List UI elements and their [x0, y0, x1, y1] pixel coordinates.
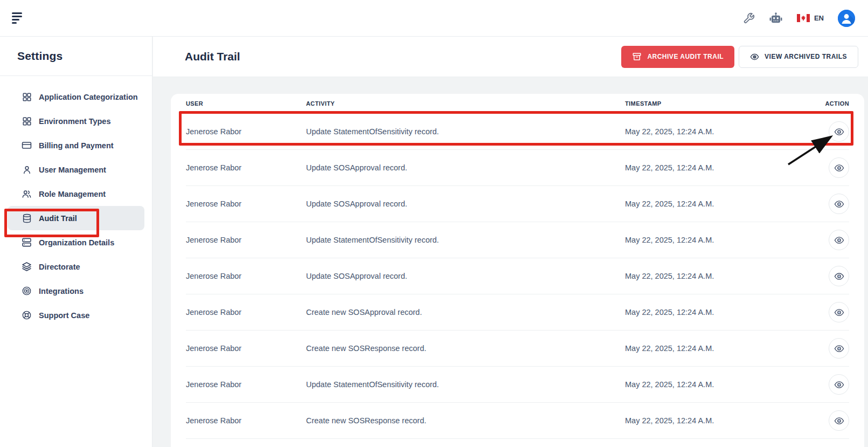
user-avatar[interactable]	[838, 10, 855, 27]
sidebar-item-application-categorization[interactable]: Application Categorization	[8, 85, 144, 109]
user-cell: Jenerose Rabor	[186, 236, 306, 244]
activity-cell: Update StatementOfSensitivity record.	[306, 127, 625, 136]
wrench-icon[interactable]	[743, 12, 755, 24]
eye-icon	[750, 52, 759, 61]
archive-audit-trail-button[interactable]: ARCHIVE AUDIT TRAIL	[621, 46, 734, 68]
timestamp-cell: May 22, 2025, 12:24 A.M.	[625, 200, 817, 208]
timestamp-cell: May 22, 2025, 12:24 A.M.	[625, 236, 817, 244]
sidebar-title: Settings	[17, 50, 63, 63]
activity-cell: Create new SOSApproval record.	[306, 308, 625, 317]
eye-icon	[834, 235, 844, 245]
page-header: Audit Trail ARCHIVE AUDIT TRAIL	[153, 37, 868, 77]
timestamp-cell: May 22, 2025, 12:24 A.M.	[625, 308, 817, 317]
user-cell: Jenerose Rabor	[186, 308, 306, 317]
column-header-action: ACTION	[817, 100, 849, 107]
activity-cell: Update StatementOfSensitivity record.	[306, 380, 625, 389]
table-row: Jenerose Rabor Create new SOSApproval re…	[186, 294, 849, 331]
sidebar-item-billing-and-payment[interactable]: Billing and Payment	[8, 133, 144, 157]
main-area: Audit Trail ARCHIVE AUDIT TRAIL	[153, 37, 868, 447]
layers-icon	[22, 262, 32, 272]
user-icon	[22, 164, 32, 175]
sidebar-item-integrations[interactable]: Integrations	[8, 279, 144, 303]
table-header-row: USER ACTIVITY TIMESTAMP ACTION	[186, 94, 849, 114]
view-record-button[interactable]	[829, 266, 849, 286]
view-record-button[interactable]	[829, 230, 849, 250]
table-row: Jenerose Rabor Create new SOSResponse re…	[186, 331, 849, 367]
eye-icon	[834, 271, 844, 281]
page-title: Audit Trail	[185, 50, 240, 63]
grid-icon	[22, 92, 32, 102]
view-record-button[interactable]	[829, 374, 849, 395]
table-row: Jenerose Rabor Update StatementOfSensiti…	[186, 367, 849, 403]
content-area: USER ACTIVITY TIMESTAMP ACTION Jenerose …	[153, 77, 868, 447]
table-row: Jenerose Rabor Update SOSApproval record…	[186, 186, 849, 222]
table-row-highlighted: Jenerose Rabor Update StatementOfSensiti…	[186, 114, 849, 150]
activity-cell: Create new SOSResponse record.	[306, 416, 625, 425]
concentric-circles-icon	[22, 286, 32, 296]
robot-icon[interactable]	[769, 12, 783, 25]
archive-box-icon	[632, 52, 642, 61]
app-window: EN Settings Application Categorization E…	[0, 0, 868, 447]
timestamp-cell: May 22, 2025, 12:24 A.M.	[625, 163, 817, 172]
table-row: Jenerose Rabor Create new SOSResponse re…	[186, 403, 849, 439]
eye-icon	[834, 127, 844, 137]
settings-sidebar: Settings Application Categorization Envi…	[0, 37, 152, 447]
eye-icon	[834, 343, 844, 354]
eye-icon	[834, 416, 844, 426]
user-cell: Jenerose Rabor	[186, 380, 306, 389]
table-body: Jenerose Rabor Update StatementOfSensiti…	[186, 114, 849, 439]
activity-cell: Update StatementOfSensitivity record.	[306, 236, 625, 244]
column-header-timestamp: TIMESTAMP	[625, 100, 817, 107]
timestamp-cell: May 22, 2025, 12:24 A.M.	[625, 272, 817, 280]
table-row: Jenerose Rabor Update SOSApproval record…	[186, 150, 849, 186]
users-icon	[22, 189, 32, 199]
sidebar-item-environment-types[interactable]: Environment Types	[8, 109, 144, 133]
server-icon	[22, 237, 32, 247]
timestamp-cell: May 22, 2025, 12:24 A.M.	[625, 416, 817, 425]
grid-icon	[22, 116, 32, 126]
view-archived-trails-button[interactable]: VIEW ARCHIVED TRAILS	[739, 46, 858, 68]
activity-cell: Update SOSApproval record.	[306, 163, 625, 172]
user-cell: Jenerose Rabor	[186, 200, 306, 208]
user-cell: Jenerose Rabor	[186, 163, 306, 172]
language-selector[interactable]: EN	[797, 14, 824, 22]
eye-icon	[834, 199, 844, 209]
user-cell: Jenerose Rabor	[186, 344, 306, 353]
audit-trail-table-card: USER ACTIVITY TIMESTAMP ACTION Jenerose …	[171, 94, 864, 447]
credit-card-icon	[22, 140, 32, 150]
sidebar-item-support-case[interactable]: Support Case	[8, 303, 144, 327]
life-buoy-icon	[22, 310, 32, 320]
sidebar-header: Settings	[0, 37, 152, 76]
sidebar-item-directorate[interactable]: Directorate	[8, 255, 144, 279]
activity-cell: Create new SOSResponse record.	[306, 344, 625, 353]
user-cell: Jenerose Rabor	[186, 416, 306, 425]
view-record-button[interactable]	[829, 157, 849, 178]
activity-cell: Update SOSApproval record.	[306, 200, 625, 208]
sidebar-item-audit-trail[interactable]: Audit Trail	[8, 206, 144, 230]
eye-icon	[834, 307, 844, 318]
view-record-button[interactable]	[829, 194, 849, 214]
database-icon	[22, 213, 32, 223]
view-record-button[interactable]	[829, 121, 849, 142]
eye-icon	[834, 380, 844, 390]
user-cell: Jenerose Rabor	[186, 272, 306, 280]
table-row: Jenerose Rabor Update StatementOfSensiti…	[186, 222, 849, 258]
view-record-button[interactable]	[829, 410, 849, 431]
sidebar-item-role-management[interactable]: Role Management	[8, 182, 144, 206]
column-header-activity: ACTIVITY	[306, 100, 625, 107]
language-label: EN	[814, 14, 824, 22]
timestamp-cell: May 22, 2025, 12:24 A.M.	[625, 380, 817, 389]
user-cell: Jenerose Rabor	[186, 127, 306, 136]
eye-icon	[834, 163, 844, 173]
view-record-button[interactable]	[829, 338, 849, 359]
sidebar-item-organization-details[interactable]: Organization Details	[8, 230, 144, 255]
view-record-button[interactable]	[829, 302, 849, 322]
sidebar-item-user-management[interactable]: User Management	[8, 157, 144, 182]
menu-icon[interactable]	[12, 12, 26, 24]
timestamp-cell: May 22, 2025, 12:24 A.M.	[625, 127, 817, 136]
column-header-user: USER	[186, 100, 306, 107]
topbar: EN	[0, 0, 868, 37]
timestamp-cell: May 22, 2025, 12:24 A.M.	[625, 344, 817, 353]
sidebar-nav: Application Categorization Environment T…	[0, 76, 152, 327]
table-row: Jenerose Rabor Update SOSApproval record…	[186, 258, 849, 294]
